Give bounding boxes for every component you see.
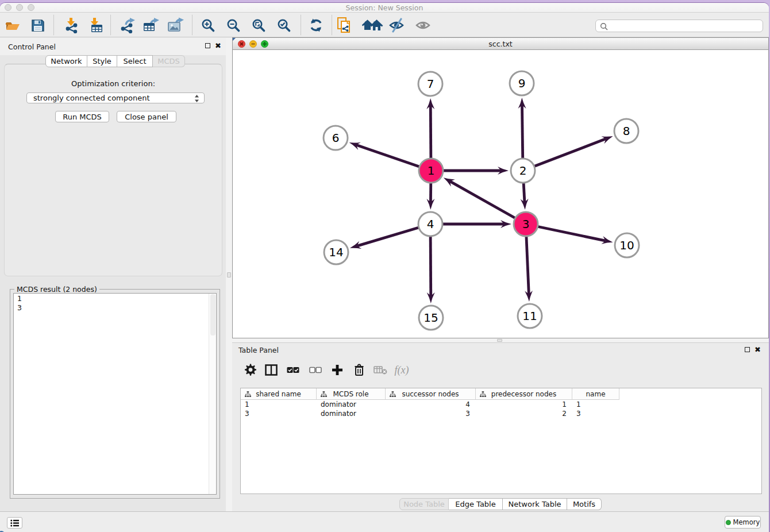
tab-mcds[interactable]: MCDS [153, 55, 185, 67]
tab-style[interactable]: Style [87, 55, 117, 67]
control-panel: Control Panel ✖ NetworkStyleSelectMCDS O… [0, 38, 226, 511]
function-builder-button[interactable]: f(x) [391, 359, 412, 381]
result-scrollbar[interactable] [209, 294, 216, 494]
graph-node-9[interactable]: 9 [510, 71, 534, 95]
graph-node-1[interactable]: 1 [419, 159, 443, 183]
cell-predecessor-nodes: 2 [476, 409, 572, 418]
table-toolbar: f(x) [232, 357, 769, 383]
graph-node-15[interactable]: 15 [419, 306, 443, 330]
cell-name: 1 [572, 400, 619, 409]
hierarchy-icon [321, 391, 327, 397]
window-title: Session: New Session [0, 3, 769, 12]
run-mcds-button[interactable]: Run MCDS [55, 111, 109, 122]
memory-status-icon [726, 520, 731, 525]
select-all-button[interactable] [283, 359, 303, 381]
dropdown-chevrons-icon [194, 94, 199, 103]
two-houses-icon [362, 18, 384, 33]
splitter-handle[interactable] [227, 272, 231, 277]
search-input[interactable] [610, 21, 759, 31]
split-columns-button[interactable] [261, 359, 282, 381]
save-session-button[interactable] [28, 16, 48, 35]
svg-text:4: 4 [427, 217, 434, 231]
memory-button[interactable]: Memory [725, 516, 761, 529]
apply-layout-button[interactable] [306, 16, 326, 35]
toolbar-separator [53, 15, 54, 35]
close-panel-icon[interactable]: ✖ [215, 42, 221, 49]
clone-network-button[interactable] [335, 16, 355, 35]
export-table-button[interactable] [141, 16, 161, 35]
vertical-splitter[interactable] [226, 38, 232, 511]
svg-text:6: 6 [332, 131, 340, 145]
first-neighbors-button[interactable] [361, 16, 384, 35]
close-panel-icon[interactable]: ✖ [754, 346, 761, 353]
hide-selected-button[interactable] [387, 16, 407, 35]
graph-node-7[interactable]: 7 [418, 72, 442, 96]
criterion-value: strongly connected component [33, 94, 150, 102]
delete-table-icon [374, 365, 387, 375]
graph-node-2[interactable]: 2 [511, 159, 535, 183]
cell-successor-nodes: 3 [386, 409, 476, 418]
show-all-button[interactable] [414, 16, 433, 35]
tab-motifs[interactable]: Motifs [567, 498, 602, 510]
criterion-dropdown[interactable]: strongly connected component [26, 92, 205, 103]
import-network-button[interactable] [61, 16, 81, 35]
graph-node-3[interactable]: 3 [514, 212, 538, 236]
search-field[interactable] [595, 20, 763, 32]
table-header-row: shared nameMCDS rolesuccessor nodesprede… [241, 388, 619, 400]
graph-node-14[interactable]: 14 [324, 240, 348, 264]
zoom-out-button[interactable] [224, 16, 243, 35]
graph-node-8[interactable]: 8 [614, 119, 638, 143]
tab-node-table[interactable]: Node Table [399, 498, 449, 510]
svg-text:14: 14 [329, 245, 343, 259]
column-header-predecessor-nodes[interactable]: predecessor nodes [476, 388, 572, 400]
table-row[interactable]: 1dominator411 [241, 400, 761, 409]
column-header-successor-nodes[interactable]: successor nodes [386, 388, 476, 400]
table-row[interactable]: 3dominator323 [241, 409, 761, 418]
deselect-all-button[interactable] [305, 359, 326, 381]
column-header-shared-name[interactable]: shared name [241, 388, 317, 400]
network-window-titlebar: scc.txt [233, 38, 768, 50]
graph-node-11[interactable]: 11 [518, 304, 542, 328]
graph-node-10[interactable]: 10 [615, 233, 639, 257]
gear-icon [244, 364, 256, 376]
graph-node-6[interactable]: 6 [324, 126, 348, 150]
optimization-criterion-label: Optimization criterion: [5, 79, 222, 88]
delete-column-button[interactable] [349, 359, 369, 381]
export-network-button[interactable] [118, 16, 137, 35]
plus-icon [332, 364, 343, 376]
float-panel-icon[interactable] [205, 43, 210, 48]
svg-text:1: 1 [428, 164, 435, 178]
mcds-panel: Optimization criterion: strongly connect… [4, 64, 222, 276]
column-header-MCDS-role[interactable]: MCDS role [317, 388, 386, 400]
delete-table-button[interactable] [370, 359, 391, 381]
add-column-button[interactable] [327, 359, 348, 381]
network-window-title: scc.txt [233, 40, 768, 48]
mcds-result-text[interactable]: 1 3 [13, 293, 217, 495]
tab-network[interactable]: Network [45, 55, 87, 67]
toolbar-separator [110, 15, 111, 35]
hierarchy-icon [480, 391, 486, 397]
zoom-in-button[interactable] [198, 16, 218, 35]
zoom-fit-icon [251, 18, 266, 33]
cell-MCDS-role: dominator [317, 400, 386, 409]
export-network-icon [119, 17, 136, 33]
table-settings-button[interactable] [240, 359, 260, 381]
zoom-fit-button[interactable] [249, 16, 268, 35]
result-scrollbar-thumb[interactable] [210, 294, 215, 336]
tab-select[interactable]: Select [117, 55, 153, 67]
export-image-button[interactable] [166, 16, 186, 35]
graph-node-4[interactable]: 4 [418, 212, 442, 236]
task-history-button[interactable] [7, 517, 22, 529]
tab-edge-table[interactable]: Edge Table [449, 498, 503, 510]
horizontal-splitter[interactable] [232, 338, 769, 342]
float-panel-icon[interactable] [745, 347, 750, 352]
close-panel-button[interactable]: Close panel [117, 111, 176, 122]
zoom-selected-button[interactable] [274, 16, 294, 35]
column-header-name[interactable]: name [572, 388, 619, 400]
open-session-button[interactable] [3, 16, 22, 35]
network-canvas[interactable]: 7968124314101511 [233, 50, 768, 338]
splitter-handle[interactable] [497, 339, 502, 342]
import-table-button[interactable] [86, 16, 106, 35]
tab-network-table[interactable]: Network Table [503, 498, 567, 510]
clone-network-icon [336, 17, 353, 34]
